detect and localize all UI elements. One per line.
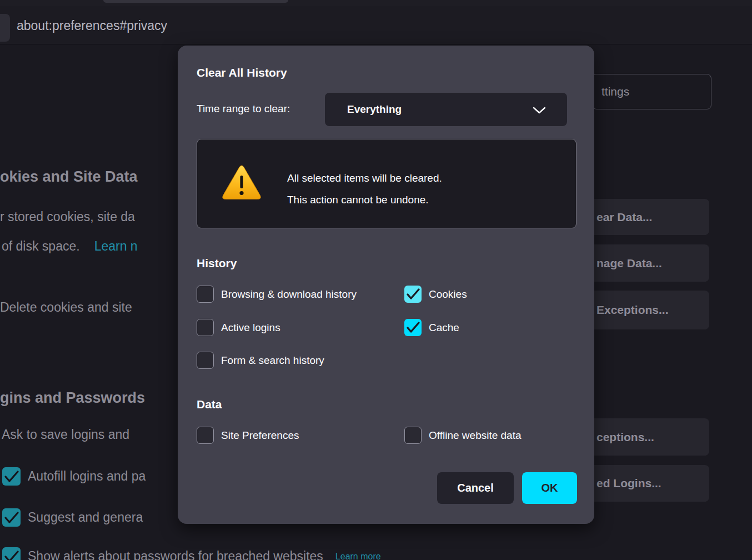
form-search-history-label: Form & search history xyxy=(221,352,324,369)
tab-bar xyxy=(0,0,752,7)
cookies-description-line2: of disk space.Learn n xyxy=(2,239,138,254)
breach-alerts-row: Show alerts about passwords for breached… xyxy=(2,547,381,560)
cookies-row: Cookies xyxy=(404,286,467,303)
warning-text: All selected items will be cleared. This… xyxy=(287,167,442,211)
offline-website-data-checkbox[interactable] xyxy=(404,427,422,444)
breach-learn-more-link[interactable]: Learn more xyxy=(335,552,381,560)
cookies-description-line1: r stored cookies, site da xyxy=(0,209,135,224)
autofill-logins-label: Autofill logins and pa xyxy=(28,467,146,486)
manage-data-button-truncated[interactable]: nage Data... xyxy=(590,244,709,282)
checkmark-icon xyxy=(404,286,422,303)
exceptions-button[interactable]: Exceptions... xyxy=(590,291,709,329)
saved-logins-button-truncated[interactable]: ed Logins... xyxy=(590,465,709,502)
cache-checkbox[interactable] xyxy=(404,319,422,336)
active-tab-remnant[interactable] xyxy=(103,0,288,3)
history-section-heading: History xyxy=(197,257,237,270)
dialog-title: Clear All History xyxy=(197,66,287,79)
warning-line-2: This action cannot be undone. xyxy=(287,189,442,211)
settings-button-truncated[interactable]: ttings xyxy=(592,74,711,109)
autofill-logins-row: Autofill logins and pa xyxy=(2,467,146,486)
browsing-history-row: Browsing & download history xyxy=(197,286,357,303)
suggest-passwords-label: Suggest and genera xyxy=(28,508,143,527)
ok-button[interactable]: OK xyxy=(522,472,577,504)
warning-line-1: All selected items will be cleared. xyxy=(287,167,442,189)
warning-triangle-icon xyxy=(222,164,262,203)
site-preferences-label: Site Preferences xyxy=(221,427,299,444)
offline-website-data-row: Offline website data xyxy=(404,427,522,444)
site-preferences-checkbox[interactable] xyxy=(197,427,214,444)
disk-space-text: of disk space. xyxy=(2,239,80,253)
time-range-label: Time range to clear: xyxy=(197,103,290,115)
browser-window: about:preferences#privacy okies and Site… xyxy=(0,0,752,560)
browsing-history-label: Browsing & download history xyxy=(221,286,357,303)
cookies-checkbox[interactable] xyxy=(404,286,422,303)
logins-passwords-heading: gins and Passwords xyxy=(0,389,145,407)
data-section-heading: Data xyxy=(197,398,222,411)
clear-data-button-truncated[interactable]: ear Data... xyxy=(590,199,709,235)
checkmark-icon xyxy=(2,467,21,486)
active-logins-checkbox[interactable] xyxy=(197,319,214,336)
warning-box: All selected items will be cleared. This… xyxy=(197,139,576,228)
active-logins-row: Active logins xyxy=(197,319,280,336)
checkmark-icon xyxy=(2,508,21,527)
cookies-site-data-heading: okies and Site Data xyxy=(0,168,138,186)
browsing-history-checkbox[interactable] xyxy=(197,286,214,303)
cache-label: Cache xyxy=(429,319,459,336)
suggest-passwords-checkbox[interactable] xyxy=(2,508,21,527)
cookies-label: Cookies xyxy=(429,286,467,303)
offline-website-data-label: Offline website data xyxy=(429,427,522,444)
time-range-dropdown[interactable]: Everything xyxy=(325,93,567,126)
autofill-logins-checkbox[interactable] xyxy=(2,467,21,486)
exceptions-button-truncated[interactable]: ceptions... xyxy=(590,418,709,456)
active-logins-label: Active logins xyxy=(221,319,280,336)
url-input[interactable]: about:preferences#privacy xyxy=(17,13,167,38)
breach-alerts-checkbox[interactable] xyxy=(2,547,21,560)
form-search-history-checkbox[interactable] xyxy=(197,352,214,369)
site-preferences-row: Site Preferences xyxy=(197,427,299,444)
clear-all-history-dialog: Clear All History Time range to clear: E… xyxy=(178,46,594,524)
learn-more-link-truncated[interactable]: Learn n xyxy=(94,239,138,253)
breach-alerts-label: Show alerts about passwords for breached… xyxy=(28,547,323,560)
form-search-history-row: Form & search history xyxy=(197,352,324,369)
checkmark-icon xyxy=(2,547,21,560)
cancel-button[interactable]: Cancel xyxy=(437,472,514,504)
suggest-passwords-row: Suggest and genera xyxy=(2,508,143,527)
delete-cookies-text: Delete cookies and site xyxy=(0,300,132,315)
time-range-selected-value: Everything xyxy=(347,103,402,116)
cache-row: Cache xyxy=(404,319,459,336)
chevron-down-icon xyxy=(533,106,546,116)
checkmark-icon xyxy=(404,319,422,336)
ask-to-save-logins-text: Ask to save logins and xyxy=(2,427,129,442)
url-toolbar: about:preferences#privacy xyxy=(0,7,752,44)
urlbar-identity-box[interactable] xyxy=(0,14,10,42)
